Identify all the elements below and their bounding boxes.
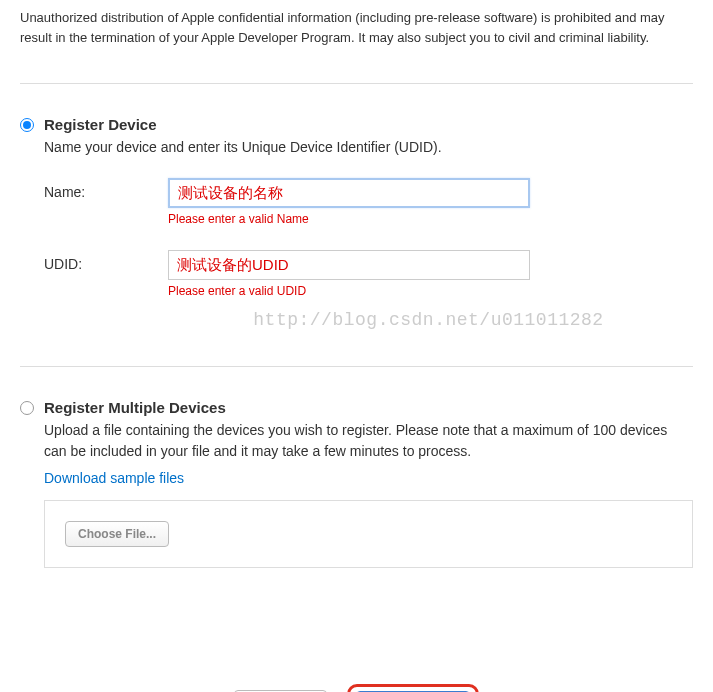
- download-sample-link[interactable]: Download sample files: [44, 470, 184, 486]
- file-upload-box: Choose File...: [44, 500, 693, 568]
- udid-error: Please enter a valid UDID: [168, 284, 530, 298]
- register-multiple-title: Register Multiple Devices: [44, 399, 693, 416]
- name-input[interactable]: [168, 178, 530, 208]
- udid-input[interactable]: [168, 250, 530, 280]
- register-device-section: Register Device Name your device and ent…: [20, 84, 693, 366]
- choose-file-button[interactable]: Choose File...: [65, 521, 169, 547]
- register-multiple-section: Register Multiple Devices Upload a file …: [20, 367, 693, 604]
- udid-label: UDID:: [44, 250, 168, 272]
- name-label: Name:: [44, 178, 168, 200]
- watermark-text: http://blog.csdn.net/u011011282: [164, 310, 693, 330]
- register-device-desc: Name your device and enter its Unique De…: [44, 137, 693, 158]
- register-multiple-desc: Upload a file containing the devices you…: [44, 420, 693, 462]
- register-device-radio[interactable]: [20, 118, 34, 132]
- legal-notice: Unauthorized distribution of Apple confi…: [20, 8, 693, 47]
- name-error: Please enter a valid Name: [168, 212, 530, 226]
- register-multiple-radio[interactable]: [20, 401, 34, 415]
- register-device-title: Register Device: [44, 116, 693, 133]
- continue-highlight: Continue: [347, 684, 479, 692]
